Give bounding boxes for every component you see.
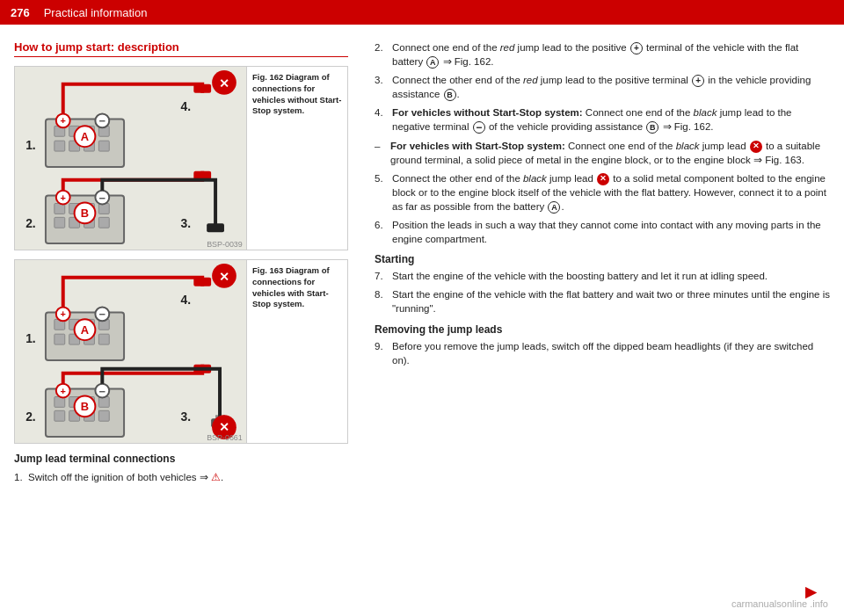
step9-num: 9. (375, 339, 389, 367)
svg-rect-13 (98, 141, 109, 151)
svg-rect-28 (98, 217, 109, 228)
step4-num: 4. (375, 105, 389, 134)
step-6: 6. Position the leads in such a way that… (375, 218, 830, 246)
step-dash: – For vehicles with Start-Stop system: C… (375, 139, 830, 167)
step2-text: Connect one end of the red jump lead to … (392, 40, 830, 69)
svg-text:3.: 3. (180, 216, 191, 230)
section-title-left: How to jump start: description (14, 40, 348, 57)
svg-text:+: + (61, 115, 66, 126)
fig162-caption: Fig. 162 Diagram of connections for vehi… (246, 67, 347, 250)
step-5: 5. Connect the other end of the black ju… (375, 171, 830, 214)
svg-text:−: − (99, 192, 106, 205)
dash-text: For vehicles with Start-Stop system: Con… (390, 139, 830, 167)
step5-num: 5. (375, 171, 389, 214)
svg-text:✕: ✕ (219, 420, 229, 434)
step6-text: Position the leads in such a way that th… (392, 218, 830, 246)
step3-num: 3. (375, 73, 389, 101)
svg-text:A: A (81, 323, 89, 337)
section-removing-heading: Removing the jump leads (375, 323, 830, 336)
svg-text:2.: 2. (25, 216, 36, 230)
svg-text:2.: 2. (25, 409, 36, 424)
header-title: Practical information (44, 6, 148, 19)
step-2: 2. Connect one end of the red jump lead … (375, 40, 830, 69)
svg-text:4.: 4. (180, 99, 191, 113)
left-column: How to jump start: description 1. 2. 3. … (14, 40, 348, 607)
step9-text: Before you remove the jump leads, switch… (392, 339, 830, 367)
fig162-label: Fig. 162 Diagram of connections for vehi… (252, 72, 341, 115)
svg-text:1.: 1. (25, 138, 36, 152)
step5-text: Connect the other end of the black jump … (392, 171, 830, 214)
right-column: 2. Connect one end of the red jump lead … (366, 40, 830, 607)
step8-text: Start the engine of the vehicle with the… (392, 287, 830, 315)
svg-rect-25 (55, 217, 65, 228)
watermark: carmanualsonline .info (731, 598, 828, 609)
svg-text:−: − (99, 114, 106, 127)
svg-rect-37 (207, 223, 224, 232)
steps-starting-list: 7. Start the engine of the vehicle with … (375, 269, 830, 315)
step1-item: 1. Switch off the ignition of both vehic… (14, 470, 348, 484)
step4-text: For vehicles without Start-Stop system: … (392, 105, 830, 134)
fig163-caption: Fig. 163 Diagram of connections for vehi… (246, 260, 347, 443)
svg-rect-10 (55, 141, 65, 151)
step3-text: Connect the other end of the red jump le… (392, 73, 830, 101)
diagram-fig163: 1. 2. 4. 3. + − (14, 259, 348, 444)
step7-num: 7. (375, 269, 389, 283)
svg-text:B: B (81, 207, 89, 220)
subsection-title-jump-lead: Jump lead terminal connections (14, 453, 348, 465)
svg-text:+: + (61, 192, 66, 203)
svg-text:4.: 4. (180, 293, 191, 307)
svg-text:B: B (81, 400, 89, 413)
svg-rect-69 (98, 410, 109, 421)
step-4: 4. For vehicles without Start-Stop syste… (375, 105, 830, 134)
svg-text:3.: 3. (180, 409, 191, 424)
svg-rect-35 (193, 84, 211, 93)
svg-rect-76 (193, 278, 211, 286)
svg-text:−: − (99, 308, 106, 321)
step6-num: 6. (375, 218, 389, 246)
section-starting-heading: Starting (375, 253, 830, 265)
svg-text:−: − (99, 385, 106, 398)
svg-text:A: A (81, 130, 89, 143)
fig163-label: Fig. 163 Diagram of connections for vehi… (252, 265, 330, 308)
step1-num: 1. (14, 472, 28, 482)
step7-text: Start the engine of the vehicle with the… (392, 269, 768, 283)
step8-num: 8. (375, 287, 389, 315)
steps-list-2: 5. Connect the other end of the black ju… (375, 171, 830, 246)
step2-num: 2. (375, 40, 389, 69)
step1-text: Switch off the ignition of both vehicles… (28, 472, 223, 482)
step-7: 7. Start the engine of the vehicle with … (375, 269, 830, 283)
svg-rect-65 (98, 397, 109, 408)
steps-list: 2. Connect one end of the red jump lead … (375, 40, 830, 134)
step-8: 8. Start the engine of the vehicle with … (375, 287, 830, 315)
svg-text:+: + (61, 308, 66, 319)
steps-removing-list: 9. Before you remove the jump leads, swi… (375, 339, 830, 367)
svg-rect-24 (98, 204, 109, 214)
svg-text:✕: ✕ (219, 270, 229, 284)
svg-rect-51 (55, 334, 65, 344)
svg-text:1.: 1. (25, 331, 36, 345)
svg-text:✕: ✕ (219, 76, 229, 91)
svg-text:BSP-0039: BSP-0039 (207, 240, 243, 249)
svg-text:+: + (61, 386, 66, 396)
dash-sym: – (375, 139, 387, 167)
header-bar: 276 Practical information (0, 0, 844, 25)
diagram-fig162: 1. 2. 3. 4. (14, 66, 348, 250)
svg-rect-54 (98, 334, 109, 344)
svg-text:BSP-0661: BSP-0661 (207, 433, 243, 442)
page-number: 276 (11, 6, 30, 19)
svg-rect-66 (55, 410, 65, 421)
step-3: 3. Connect the other end of the red jump… (375, 73, 830, 101)
step-9: 9. Before you remove the jump leads, swi… (375, 339, 830, 367)
